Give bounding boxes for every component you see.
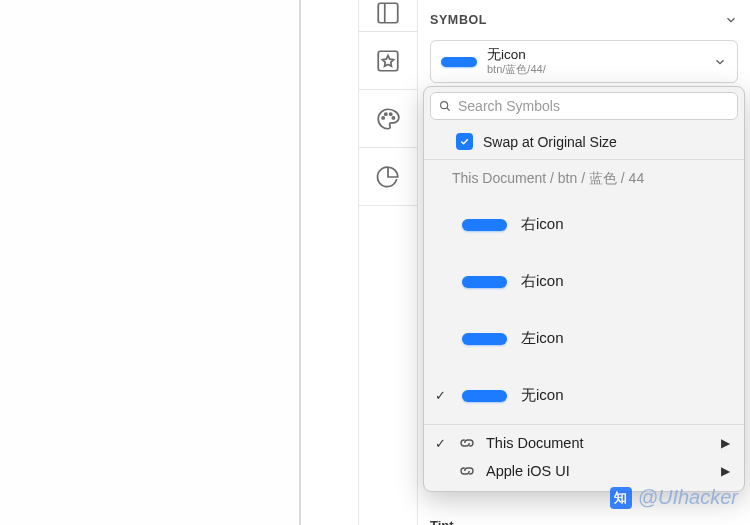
svg-point-6 (392, 116, 394, 118)
submenu-arrow-icon: ▶ (721, 464, 730, 478)
symbol-swap-popover: Swap at Original Size This Document / bt… (423, 86, 745, 492)
inspector-tab-rail (358, 0, 418, 525)
source-label: This Document (486, 435, 584, 451)
source-label: Apple iOS UI (486, 463, 570, 479)
current-symbol-selector[interactable]: 无icon btn/蓝色/44/ (430, 40, 738, 83)
symbol-option-list: 右icon 右icon 左icon ✓ 无icon (424, 196, 744, 424)
swap-label: Swap at Original Size (483, 134, 617, 150)
source-this-document[interactable]: ✓ This Document ▶ (424, 429, 744, 457)
search-input[interactable] (458, 98, 730, 114)
symbol-option[interactable]: 右icon (424, 196, 744, 253)
favorite-icon (375, 48, 401, 74)
chevron-down-icon (724, 13, 738, 27)
symbol-option[interactable]: ✓ 无icon (424, 367, 744, 424)
canvas-divider (299, 0, 301, 525)
palette-icon (375, 106, 401, 132)
current-symbol-path: btn/蓝色/44/ (487, 63, 546, 76)
rail-tab-panels[interactable] (359, 0, 417, 32)
symbol-option-label: 无icon (521, 386, 564, 405)
symbol-option-label: 右icon (521, 215, 564, 234)
symbol-option[interactable]: 右icon (424, 253, 744, 310)
symbol-breadcrumb: This Document / btn / 蓝色 / 44 (424, 160, 744, 196)
swap-checkbox[interactable] (456, 133, 473, 150)
swap-original-size-row[interactable]: Swap at Original Size (424, 124, 744, 160)
rail-tab-reports[interactable] (359, 148, 417, 206)
panel-icon (375, 0, 401, 26)
symbol-preview-pill (462, 333, 507, 345)
symbol-section-header[interactable]: SYMBOL (430, 0, 738, 40)
pie-icon (375, 164, 401, 190)
canvas-area (0, 0, 299, 525)
svg-point-5 (390, 113, 392, 115)
chevron-down-icon (713, 55, 727, 69)
svg-line-9 (447, 108, 450, 111)
svg-point-3 (382, 116, 384, 118)
search-icon (438, 99, 452, 113)
rail-tab-styles[interactable] (359, 90, 417, 148)
rail-tab-plugins[interactable] (359, 206, 417, 525)
library-icon (458, 434, 476, 452)
search-symbols-field[interactable] (430, 92, 738, 120)
check-icon (459, 136, 470, 147)
rail-tab-favorites[interactable] (359, 32, 417, 90)
svg-rect-0 (378, 3, 398, 23)
symbol-option-label: 右icon (521, 272, 564, 291)
symbol-preview-pill (462, 276, 507, 288)
selection-tick: ✓ (432, 436, 448, 451)
library-icon (458, 462, 476, 480)
submenu-arrow-icon: ▶ (721, 436, 730, 450)
symbol-option-label: 左icon (521, 329, 564, 348)
svg-point-8 (441, 102, 448, 109)
symbol-preview-pill (462, 219, 507, 231)
svg-point-4 (385, 113, 387, 115)
symbol-preview-pill (441, 57, 477, 67)
current-symbol-title: 无icon (487, 47, 546, 63)
symbol-option[interactable]: 左icon (424, 310, 744, 367)
tint-section-label: Tint (430, 518, 454, 525)
symbol-preview-pill (462, 390, 507, 402)
selection-tick: ✓ (432, 388, 448, 403)
popover-footer: ✓ This Document ▶ Apple iOS UI ▶ (424, 424, 744, 491)
symbol-section-title: SYMBOL (430, 13, 487, 27)
source-apple-ios-ui[interactable]: Apple iOS UI ▶ (424, 457, 744, 485)
